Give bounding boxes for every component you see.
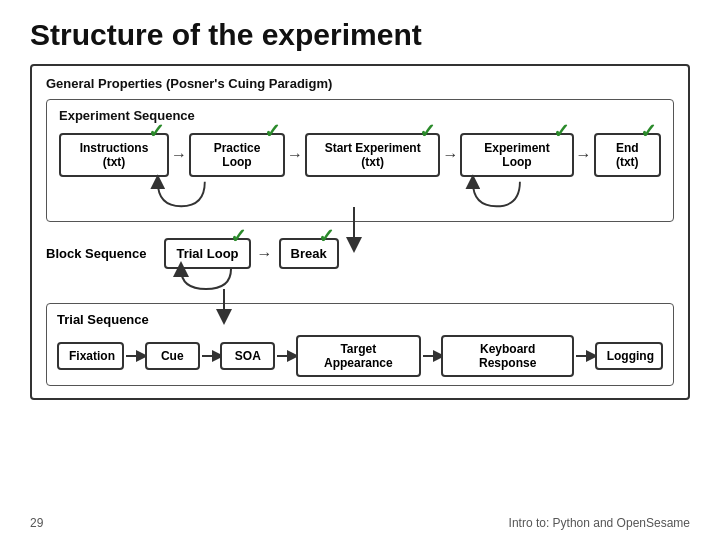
seq-item-experiment-loop: ✓ Experiment Loop <box>460 133 573 177</box>
check-end: ✓ <box>640 119 657 143</box>
trial-item-soa: SOA <box>220 342 275 370</box>
trial-item-target: Target Appearance <box>296 335 421 377</box>
check-trial-loop: ✓ <box>230 224 247 248</box>
seq-item-break: ✓ Break <box>279 238 339 269</box>
seq-box-experiment-loop: ✓ Experiment Loop <box>460 133 573 177</box>
check-exp-loop: ✓ <box>553 119 570 143</box>
trial-arrow-1-svg <box>124 348 145 364</box>
check-break: ✓ <box>318 224 335 248</box>
slide: Structure of the experiment General Prop… <box>0 0 720 540</box>
seq-box-break: ✓ Break <box>279 238 339 269</box>
trial-arrow-5-svg <box>574 348 595 364</box>
trial-sequence-label: Trial Sequence <box>57 312 663 327</box>
arrow-3: → <box>442 146 458 164</box>
trial-item-cue: Cue <box>145 342 200 370</box>
trial-item-keyboard: Keyboard Response <box>441 335 574 377</box>
footer-text: Intro to: Python and OpenSesame <box>509 516 690 530</box>
seq-item-trial-loop: ✓ Trial Loop <box>164 238 250 269</box>
check-practice: ✓ <box>264 119 281 143</box>
slide-title: Structure of the experiment <box>30 18 690 52</box>
arrow-2: → <box>287 146 303 164</box>
seq-box-trial-loop: ✓ Trial Loop <box>164 238 250 269</box>
seq-box-practice-loop: ✓ Practice Loop <box>189 133 285 177</box>
trial-arrow-4-svg <box>421 348 442 364</box>
footer-page: 29 <box>30 516 43 530</box>
seq-box-instructions: ✓ Instructions (txt) <box>59 133 169 177</box>
trial-seq-row: Fixation Cue SOA Target Appearance Keybo… <box>57 335 663 377</box>
trial-item-fixation: Fixation <box>57 342 124 370</box>
check-start: ✓ <box>419 119 436 143</box>
seq-box-end: ✓ End (txt) <box>594 133 661 177</box>
footer: 29 Intro to: Python and OpenSesame <box>30 516 690 530</box>
check-instructions: ✓ <box>148 119 165 143</box>
arrow-1: → <box>171 146 187 164</box>
seq-item-instructions: ✓ Instructions (txt) <box>59 133 169 177</box>
experiment-sequence-box: Experiment Sequence ✓ Instructions (txt)… <box>46 99 674 222</box>
arrow-4: → <box>576 146 592 164</box>
outer-box: General Properties (Posner's Cuing Parad… <box>30 64 690 400</box>
trial-item-logging: Logging <box>595 342 663 370</box>
block-sequence-label: Block Sequence <box>46 246 146 261</box>
seq-box-start-experiment: ✓ Start Experiment (txt) <box>305 133 440 177</box>
trial-arrow-2-svg <box>200 348 221 364</box>
trial-arrow-3-svg <box>275 348 296 364</box>
arrow-block-1: → <box>257 245 273 263</box>
down-arrow-2-svg <box>214 289 234 325</box>
seq-item-end: ✓ End (txt) <box>594 133 661 177</box>
trial-sequence-box: Trial Sequence Fixation Cue SOA Target A… <box>46 303 674 386</box>
trial-loop-curve-svg <box>156 267 256 293</box>
seq-item-practice-loop: ✓ Practice Loop <box>189 133 285 177</box>
seq-item-start-experiment: ✓ Start Experiment (txt) <box>305 133 440 177</box>
outer-box-label: General Properties (Posner's Cuing Parad… <box>46 76 674 91</box>
